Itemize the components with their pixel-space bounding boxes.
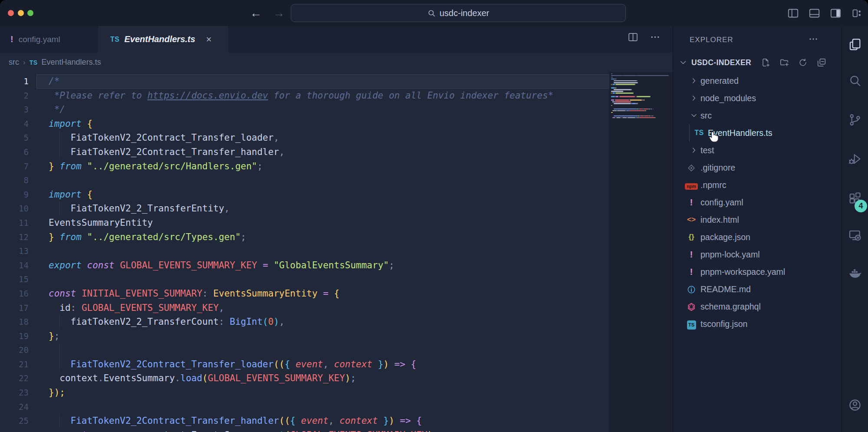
code-token-fn: load <box>181 373 203 383</box>
code-token-b1: ) <box>345 373 351 383</box>
close-button[interactable] <box>8 10 14 16</box>
activity-account-icon[interactable] <box>842 393 868 417</box>
code-token-pl <box>318 288 323 299</box>
code-token-pl <box>76 288 82 299</box>
tree-item-test[interactable]: test <box>673 142 841 159</box>
code-line[interactable]: import { <box>0 117 673 131</box>
activity-docker-icon[interactable] <box>842 261 868 285</box>
code-line[interactable]: /* <box>0 74 673 89</box>
code-line[interactable] <box>0 272 673 287</box>
code-line[interactable]: context.EventsSummary.load(GLOBAL_EVENTS… <box>0 371 673 386</box>
new-file-icon[interactable] <box>761 58 770 67</box>
tree-item-config-yaml[interactable]: !config.yaml <box>673 194 841 211</box>
code-token-b1: (( <box>279 416 290 426</box>
code-token-pl <box>82 260 87 270</box>
code-line[interactable]: *Please refer to https://docs.envio.dev … <box>0 89 673 103</box>
code-line[interactable]: fiatTokenV2_2_TransferCount: BigInt(0), <box>0 315 673 329</box>
back-icon[interactable]: ← <box>250 6 262 20</box>
code-line[interactable] <box>0 343 673 357</box>
activity-extensions-icon[interactable]: 4 <box>842 186 868 211</box>
more-actions-icon[interactable] <box>808 34 819 46</box>
tree-item-node-modules[interactable]: node_modules <box>673 89 841 107</box>
code-line[interactable]: FiatTokenV2_2_TransferEntity, <box>0 201 673 216</box>
code-line[interactable]: }; <box>0 329 673 343</box>
code-line[interactable]: } from "../generated/src/Types.gen"; <box>0 230 673 244</box>
project-section-header[interactable]: USDC-INDEXER <box>673 54 841 71</box>
code-content: /* *Please refer to https://docs.envio.d… <box>0 74 673 432</box>
code-line[interactable]: */ <box>0 102 673 117</box>
tree-item-pnpm-workspace-yaml[interactable]: !pnpm-workspace.yaml <box>673 263 841 280</box>
tab-eventhandlers-ts[interactable]: TS EventHandlers.ts × <box>98 26 228 53</box>
code-line[interactable]: } from "../generated/src/Handlers.gen"; <box>0 159 673 174</box>
tree-item-label: test <box>700 145 714 155</box>
chevron-down-icon <box>690 111 698 120</box>
split-editor-icon[interactable] <box>628 32 638 43</box>
close-tab-icon[interactable]: × <box>206 34 212 45</box>
forward-icon[interactable]: → <box>273 6 285 20</box>
code-token-b2: } <box>378 416 389 426</box>
code-line[interactable]: FiatTokenV2_2Contract_Transfer_loader, <box>0 131 673 145</box>
tree-item-index-html[interactable]: <>index.html <box>673 211 841 228</box>
layout-sidebar-right-icon[interactable] <box>830 7 842 19</box>
layout-customize-icon[interactable] <box>851 7 863 19</box>
tree-item-eventhandlers-ts[interactable]: TSEventHandlers.ts <box>673 124 841 142</box>
code-line[interactable] <box>0 400 673 414</box>
new-folder-icon[interactable] <box>779 58 789 67</box>
code-line[interactable]: const INITIAL_EVENTS_SUMMARY: EventsSumm… <box>0 287 673 301</box>
code-line[interactable]: EventsSummaryEntity <box>0 216 673 230</box>
code-token-pl <box>142 430 148 432</box>
minimize-button[interactable] <box>18 10 24 16</box>
code-line[interactable]: const summary = context.EventsSummary.ge… <box>0 428 673 432</box>
code-token-pr: context <box>334 359 372 369</box>
refresh-icon[interactable] <box>798 58 808 67</box>
layout-sidebar-icon[interactable] <box>787 7 799 19</box>
code-line[interactable]: FiatTokenV2_2Contract_Transfer_handler((… <box>0 414 673 428</box>
code-line[interactable]: export const GLOBAL_EVENTS_SUMMARY_KEY =… <box>0 258 673 273</box>
code-token-v: context <box>148 430 186 432</box>
collapse-all-icon[interactable] <box>817 58 826 67</box>
code-line[interactable] <box>0 244 673 258</box>
code-token-cn: GLOBAL_EVENTS_SUMMARY_KEY <box>82 303 219 313</box>
tree-item-readme-md[interactable]: README.md <box>673 280 841 298</box>
tree-item-tsconfig-json[interactable]: TStsconfig.json <box>673 315 841 333</box>
tree-item--npmrc[interactable]: npm.npmrc <box>673 176 841 194</box>
tree-item-package-json[interactable]: {}package.json <box>673 228 841 246</box>
code-editor[interactable]: 1234567891011121314151617181920212223242… <box>0 72 673 432</box>
activity-search-icon[interactable] <box>842 69 868 93</box>
code-line[interactable]: id: GLOBAL_EVENTS_SUMMARY_KEY, <box>0 301 673 315</box>
activity-source-control-icon[interactable] <box>842 108 868 132</box>
chevron-down-icon <box>678 58 688 67</box>
tsconfig-icon: TS <box>684 319 698 330</box>
tree-item--gitignore[interactable]: .gitignore <box>673 159 841 176</box>
code-line[interactable]: import { <box>0 188 673 202</box>
code-token-cn: GLOBAL_EVENTS_SUMMARY_KEY <box>290 430 427 432</box>
activity-run-debug-icon[interactable] <box>842 147 868 171</box>
code-token-kw: import <box>49 119 82 129</box>
code-token-pu: . <box>263 430 268 432</box>
code-token-b1: }); <box>49 387 65 398</box>
search-input[interactable]: usdc-indexer <box>291 4 626 22</box>
breadcrumb-file[interactable]: EventHandlers.ts <box>42 58 101 67</box>
code-token-pr: event <box>301 416 329 426</box>
project-name: USDC-INDEXER <box>691 58 751 67</box>
layout-panel-icon[interactable] <box>809 7 820 19</box>
tree-item-generated[interactable]: generated <box>673 72 841 89</box>
activity-remote-explorer-icon[interactable] <box>842 223 868 247</box>
tree-item-schema-graphql[interactable]: schema.graphql <box>673 298 841 315</box>
breadcrumb-folder[interactable]: src <box>9 58 19 67</box>
code-line[interactable]: FiatTokenV2_2Contract_Transfer_handler, <box>0 145 673 159</box>
code-token-cm: /* <box>49 76 59 86</box>
zoom-button[interactable] <box>27 10 33 16</box>
tree-item-pnpm-lock-yaml[interactable]: !pnpm-lock.yaml <box>673 246 841 263</box>
code-token-pl <box>257 260 263 270</box>
code-token-pu: , <box>279 147 285 157</box>
tree-item-src[interactable]: src <box>673 107 841 124</box>
code-line[interactable] <box>0 173 673 188</box>
more-actions-icon[interactable] <box>650 32 661 43</box>
minimap[interactable] <box>611 73 672 119</box>
code-line[interactable]: FiatTokenV2_2Contract_Transfer_loader(({… <box>0 357 673 372</box>
search-icon <box>427 9 436 17</box>
tab-config-yaml[interactable]: ! config.yaml <box>0 26 92 53</box>
activity-files-icon[interactable] <box>842 33 868 57</box>
code-line[interactable]: }); <box>0 386 673 400</box>
